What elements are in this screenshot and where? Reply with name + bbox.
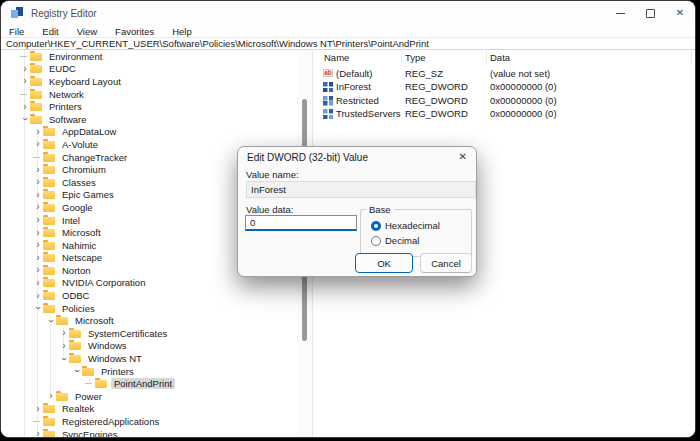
- expanded-chevron-icon[interactable]: ›: [73, 366, 81, 376]
- radio-selected-icon: [371, 221, 381, 231]
- collapsed-chevron-icon[interactable]: ›: [59, 342, 69, 350]
- tree-item[interactable]: ›NVIDIA Corporation: [1, 277, 297, 290]
- tree-item[interactable]: RegisteredApplications: [1, 415, 297, 428]
- folder-icon: [43, 292, 55, 300]
- tree-item[interactable]: PointAndPrint: [1, 377, 297, 390]
- collapsed-chevron-icon[interactable]: ›: [20, 103, 30, 111]
- tree-item-label: Norton: [59, 265, 94, 276]
- collapsed-chevron-icon[interactable]: ›: [33, 405, 43, 413]
- value-data-input[interactable]: [245, 215, 357, 231]
- collapsed-chevron-icon[interactable]: ›: [33, 266, 43, 274]
- value-row[interactable]: ab(Default)REG_SZ(value not set): [313, 67, 695, 80]
- collapsed-chevron-icon[interactable]: ›: [33, 166, 43, 174]
- collapsed-chevron-icon[interactable]: ›: [33, 216, 43, 224]
- edit-dword-dialog: Edit DWORD (32-bit) Value ✕ Value name: …: [237, 146, 477, 277]
- column-separator[interactable]: [401, 51, 402, 63]
- tree-item[interactable]: ›Software: [1, 113, 297, 126]
- collapsed-chevron-icon[interactable]: ›: [33, 430, 43, 437]
- tree-item[interactable]: ›Printers: [1, 100, 297, 113]
- menu-help[interactable]: Help: [163, 26, 201, 37]
- tree-item-label: RegisteredApplications: [59, 416, 162, 427]
- collapsed-chevron-icon[interactable]: ›: [33, 178, 43, 186]
- tree-item[interactable]: ›Microsoft: [1, 314, 297, 327]
- menu-favorites[interactable]: Favorites: [106, 26, 163, 37]
- value-row[interactable]: TrustedServersREG_DWORD0x00000000 (0): [313, 107, 695, 120]
- tree-item[interactable]: ›ODBC: [1, 289, 297, 302]
- collapsed-chevron-icon[interactable]: ›: [20, 65, 30, 73]
- menu-edit[interactable]: Edit: [33, 26, 67, 37]
- collapsed-chevron-icon[interactable]: ›: [33, 279, 43, 287]
- collapsed-chevron-icon[interactable]: ›: [59, 329, 69, 337]
- expanded-chevron-icon[interactable]: ›: [47, 316, 55, 326]
- collapsed-chevron-icon[interactable]: ›: [46, 392, 56, 400]
- expanded-chevron-icon[interactable]: ›: [60, 354, 68, 364]
- collapsed-chevron-icon[interactable]: ›: [20, 77, 30, 85]
- tree-item-label: ODBC: [59, 290, 92, 301]
- dialog-close-icon[interactable]: ✕: [459, 151, 467, 162]
- tree-connector-line: [85, 383, 92, 384]
- collapsed-chevron-icon[interactable]: ›: [33, 292, 43, 300]
- column-header-data[interactable]: Data: [490, 52, 510, 63]
- tree-item[interactable]: ›Power: [1, 390, 297, 403]
- tree-item[interactable]: ›Printers: [1, 365, 297, 378]
- tree-item[interactable]: ›AppDataLow: [1, 126, 297, 139]
- folder-icon: [43, 204, 55, 212]
- collapsed-chevron-icon[interactable]: ›: [33, 140, 43, 148]
- tree-item-label: Printers: [98, 366, 137, 377]
- address-input[interactable]: [1, 38, 695, 49]
- tree-item-label: PointAndPrint: [111, 378, 175, 389]
- minimize-button[interactable]: [605, 1, 635, 25]
- radio-hexadecimal-label: Hexadecimal: [385, 220, 440, 231]
- value-row[interactable]: RestrictedREG_DWORD0x00000000 (0): [313, 94, 695, 107]
- menu-file[interactable]: File: [1, 26, 33, 37]
- tree-item[interactable]: Environment: [1, 50, 297, 63]
- collapsed-chevron-icon[interactable]: ›: [33, 203, 43, 211]
- tree-item-label: Windows NT: [85, 353, 145, 364]
- tree-item[interactable]: ›Keyboard Layout: [1, 75, 297, 88]
- tree-item-label: Microsoft: [72, 315, 117, 326]
- tree-item[interactable]: Network: [1, 88, 297, 101]
- menu-view[interactable]: View: [68, 26, 106, 37]
- tree-item-label: Intel: [59, 215, 83, 226]
- ok-button[interactable]: OK: [355, 253, 413, 273]
- tree-item-label: Environment: [46, 51, 105, 62]
- tree-item[interactable]: ›Policies: [1, 302, 297, 315]
- collapsed-chevron-icon[interactable]: ›: [33, 191, 43, 199]
- value-name-cell: TrustedServers: [336, 108, 401, 119]
- cancel-button[interactable]: Cancel: [420, 253, 472, 273]
- tree-item[interactable]: ›Windows: [1, 340, 297, 353]
- base-group-label: Base: [366, 204, 394, 215]
- column-separator[interactable]: [691, 51, 692, 63]
- value-row[interactable]: InForestREG_DWORD0x00000000 (0): [313, 80, 695, 93]
- close-button[interactable]: ✕: [665, 1, 695, 25]
- collapsed-chevron-icon[interactable]: ›: [33, 241, 43, 249]
- title-bar: Registry Editor ✕: [1, 1, 695, 25]
- tree-item-label: Microsoft: [59, 227, 104, 238]
- dword-value-icon: [323, 82, 333, 92]
- column-separator[interactable]: [486, 51, 487, 63]
- folder-icon: [43, 217, 55, 225]
- close-icon: ✕: [676, 8, 684, 18]
- tree-item[interactable]: ›Realtek: [1, 403, 297, 416]
- folder-icon: [43, 405, 55, 413]
- tree-item-label: AppDataLow: [59, 126, 119, 137]
- tree-item[interactable]: ›SystemCertificates: [1, 327, 297, 340]
- radio-hexadecimal[interactable]: Hexadecimal: [371, 220, 440, 231]
- maximize-button[interactable]: [635, 1, 665, 25]
- expanded-chevron-icon[interactable]: ›: [21, 114, 29, 124]
- column-header-name[interactable]: Name: [324, 52, 349, 63]
- tree-item-label: Software: [46, 114, 90, 125]
- tree-item[interactable]: ›EUDC: [1, 63, 297, 76]
- expanded-chevron-icon[interactable]: ›: [34, 303, 42, 313]
- collapsed-chevron-icon[interactable]: ›: [33, 128, 43, 136]
- minimize-icon: [616, 13, 625, 14]
- tree-item-label: Epic Games: [59, 189, 117, 200]
- tree-item-label: Policies: [59, 303, 98, 314]
- tree-item[interactable]: ›Windows NT: [1, 352, 297, 365]
- radio-decimal[interactable]: Decimal: [371, 235, 419, 246]
- collapsed-chevron-icon[interactable]: ›: [33, 254, 43, 262]
- folder-icon: [43, 305, 55, 313]
- tree-item[interactable]: ›SyncEngines: [1, 428, 297, 437]
- column-header-type[interactable]: Type: [405, 52, 426, 63]
- collapsed-chevron-icon[interactable]: ›: [33, 229, 43, 237]
